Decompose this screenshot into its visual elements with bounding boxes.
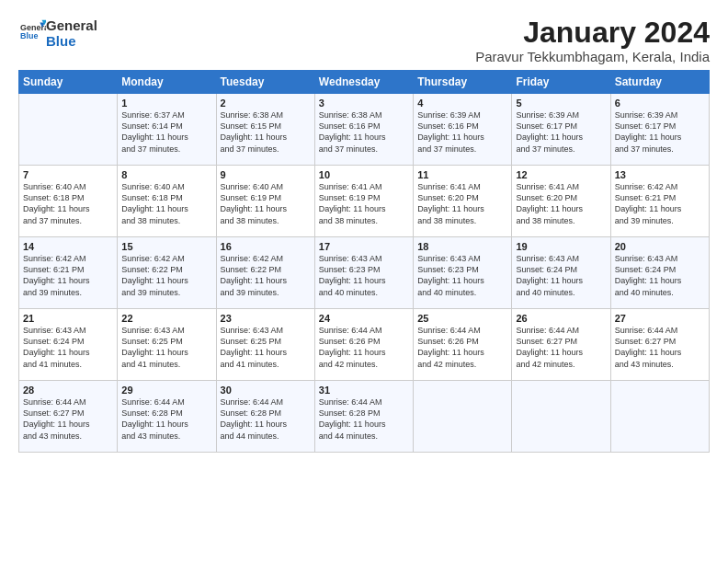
calendar-cell: 7Sunrise: 6:40 AMSunset: 6:18 PMDaylight… xyxy=(19,166,118,237)
header: General Blue General Blue January 2024 P… xyxy=(18,17,710,64)
title-block: January 2024 Paravur Tekkumbhagam, Keral… xyxy=(475,17,710,64)
calendar-cell: 18Sunrise: 6:43 AMSunset: 6:23 PMDayligh… xyxy=(414,237,512,309)
cell-info: Sunrise: 6:42 AMSunset: 6:21 PMDaylight:… xyxy=(615,181,705,226)
cell-info: Sunrise: 6:41 AMSunset: 6:19 PMDaylight:… xyxy=(319,181,409,226)
calendar-cell: 17Sunrise: 6:43 AMSunset: 6:23 PMDayligh… xyxy=(314,237,413,309)
day-number: 2 xyxy=(221,98,311,109)
cell-info: Sunrise: 6:43 AMSunset: 6:23 PMDaylight:… xyxy=(319,253,409,298)
cell-info: Sunrise: 6:44 AMSunset: 6:26 PMDaylight:… xyxy=(319,325,409,370)
calendar-header: Sunday Monday Tuesday Wednesday Thursday… xyxy=(19,71,710,94)
cell-info: Sunrise: 6:44 AMSunset: 6:28 PMDaylight:… xyxy=(319,396,409,442)
day-number: 16 xyxy=(221,241,311,252)
calendar-cell: 21Sunrise: 6:43 AMSunset: 6:24 PMDayligh… xyxy=(19,309,118,381)
cell-info: Sunrise: 6:44 AMSunset: 6:28 PMDaylight:… xyxy=(121,396,211,442)
cell-info: Sunrise: 6:44 AMSunset: 6:28 PMDaylight:… xyxy=(221,396,311,442)
calendar-cell: 26Sunrise: 6:44 AMSunset: 6:27 PMDayligh… xyxy=(512,309,610,381)
day-number: 18 xyxy=(417,241,507,252)
page: General Blue General Blue January 2024 P… xyxy=(0,0,728,462)
day-number: 10 xyxy=(319,169,409,180)
day-number: 25 xyxy=(417,313,507,324)
calendar-cell: 31Sunrise: 6:44 AMSunset: 6:28 PMDayligh… xyxy=(314,381,413,453)
calendar-cell: 11Sunrise: 6:41 AMSunset: 6:20 PMDayligh… xyxy=(414,166,512,237)
calendar-cell xyxy=(414,381,512,453)
cell-info: Sunrise: 6:38 AMSunset: 6:16 PMDaylight:… xyxy=(319,109,409,155)
calendar-cell: 16Sunrise: 6:42 AMSunset: 6:22 PMDayligh… xyxy=(216,237,314,309)
calendar-cell xyxy=(512,381,610,453)
calendar-cell xyxy=(610,381,709,453)
calendar-cell: 4Sunrise: 6:39 AMSunset: 6:16 PMDaylight… xyxy=(414,94,512,166)
day-number: 29 xyxy=(121,385,211,396)
col-friday: Friday xyxy=(512,71,610,94)
day-number: 23 xyxy=(221,313,311,324)
calendar-cell: 6Sunrise: 6:39 AMSunset: 6:17 PMDaylight… xyxy=(610,94,709,166)
calendar-week-5: 28Sunrise: 6:44 AMSunset: 6:27 PMDayligh… xyxy=(19,381,710,453)
calendar-cell: 15Sunrise: 6:42 AMSunset: 6:22 PMDayligh… xyxy=(118,237,216,309)
calendar-cell: 28Sunrise: 6:44 AMSunset: 6:27 PMDayligh… xyxy=(19,381,118,453)
cell-info: Sunrise: 6:43 AMSunset: 6:25 PMDaylight:… xyxy=(121,325,211,370)
col-wednesday: Wednesday xyxy=(314,71,413,94)
col-monday: Monday xyxy=(118,71,216,94)
cell-info: Sunrise: 6:43 AMSunset: 6:25 PMDaylight:… xyxy=(221,325,311,370)
cell-info: Sunrise: 6:41 AMSunset: 6:20 PMDaylight:… xyxy=(516,181,606,226)
calendar-cell: 8Sunrise: 6:40 AMSunset: 6:18 PMDaylight… xyxy=(118,166,216,237)
calendar-table: Sunday Monday Tuesday Wednesday Thursday… xyxy=(18,70,710,453)
day-number: 12 xyxy=(516,169,606,180)
calendar-cell: 25Sunrise: 6:44 AMSunset: 6:26 PMDayligh… xyxy=(414,309,512,381)
day-number: 7 xyxy=(23,169,113,180)
calendar-cell: 9Sunrise: 6:40 AMSunset: 6:19 PMDaylight… xyxy=(216,166,314,237)
calendar-cell: 10Sunrise: 6:41 AMSunset: 6:19 PMDayligh… xyxy=(314,166,413,237)
cell-info: Sunrise: 6:44 AMSunset: 6:26 PMDaylight:… xyxy=(417,325,507,370)
cell-info: Sunrise: 6:43 AMSunset: 6:23 PMDaylight:… xyxy=(417,253,507,298)
col-sunday: Sunday xyxy=(19,71,118,94)
logo: General Blue General Blue xyxy=(18,17,97,49)
day-number: 20 xyxy=(615,241,705,252)
col-thursday: Thursday xyxy=(414,71,512,94)
cell-info: Sunrise: 6:40 AMSunset: 6:18 PMDaylight:… xyxy=(23,181,113,226)
day-number: 13 xyxy=(615,169,705,180)
calendar-cell xyxy=(19,94,118,166)
day-number: 6 xyxy=(615,98,705,109)
cell-info: Sunrise: 6:39 AMSunset: 6:17 PMDaylight:… xyxy=(516,109,606,155)
calendar-cell: 3Sunrise: 6:38 AMSunset: 6:16 PMDaylight… xyxy=(314,94,413,166)
calendar-cell: 30Sunrise: 6:44 AMSunset: 6:28 PMDayligh… xyxy=(216,381,314,453)
calendar-cell: 13Sunrise: 6:42 AMSunset: 6:21 PMDayligh… xyxy=(610,166,709,237)
calendar-week-1: 1Sunrise: 6:37 AMSunset: 6:14 PMDaylight… xyxy=(19,94,710,166)
calendar-week-4: 21Sunrise: 6:43 AMSunset: 6:24 PMDayligh… xyxy=(19,309,710,381)
calendar-week-3: 14Sunrise: 6:42 AMSunset: 6:21 PMDayligh… xyxy=(19,237,710,309)
header-row: Sunday Monday Tuesday Wednesday Thursday… xyxy=(19,71,710,94)
day-number: 30 xyxy=(221,385,311,396)
cell-info: Sunrise: 6:44 AMSunset: 6:27 PMDaylight:… xyxy=(516,325,606,370)
day-number: 21 xyxy=(23,313,113,324)
cell-info: Sunrise: 6:40 AMSunset: 6:19 PMDaylight:… xyxy=(221,181,311,226)
subtitle: Paravur Tekkumbhagam, Kerala, India xyxy=(475,49,710,64)
day-number: 9 xyxy=(221,169,311,180)
day-number: 5 xyxy=(516,98,606,109)
day-number: 19 xyxy=(516,241,606,252)
cell-info: Sunrise: 6:40 AMSunset: 6:18 PMDaylight:… xyxy=(121,181,211,226)
calendar-cell: 20Sunrise: 6:43 AMSunset: 6:24 PMDayligh… xyxy=(610,237,709,309)
cell-info: Sunrise: 6:43 AMSunset: 6:24 PMDaylight:… xyxy=(615,253,705,298)
calendar-cell: 1Sunrise: 6:37 AMSunset: 6:14 PMDaylight… xyxy=(118,94,216,166)
cell-info: Sunrise: 6:39 AMSunset: 6:16 PMDaylight:… xyxy=(417,109,507,155)
day-number: 22 xyxy=(121,313,211,324)
day-number: 1 xyxy=(121,98,211,109)
logo-line2: Blue xyxy=(46,34,97,50)
cell-info: Sunrise: 6:42 AMSunset: 6:22 PMDaylight:… xyxy=(121,253,211,298)
cell-info: Sunrise: 6:44 AMSunset: 6:27 PMDaylight:… xyxy=(23,396,113,442)
calendar-cell: 23Sunrise: 6:43 AMSunset: 6:25 PMDayligh… xyxy=(216,309,314,381)
calendar-body: 1Sunrise: 6:37 AMSunset: 6:14 PMDaylight… xyxy=(19,94,710,453)
col-saturday: Saturday xyxy=(610,71,709,94)
cell-info: Sunrise: 6:44 AMSunset: 6:27 PMDaylight:… xyxy=(615,325,705,370)
calendar-cell: 19Sunrise: 6:43 AMSunset: 6:24 PMDayligh… xyxy=(512,237,610,309)
col-tuesday: Tuesday xyxy=(216,71,314,94)
calendar-cell: 2Sunrise: 6:38 AMSunset: 6:15 PMDaylight… xyxy=(216,94,314,166)
calendar-cell: 14Sunrise: 6:42 AMSunset: 6:21 PMDayligh… xyxy=(19,237,118,309)
calendar-cell: 12Sunrise: 6:41 AMSunset: 6:20 PMDayligh… xyxy=(512,166,610,237)
day-number: 17 xyxy=(319,241,409,252)
cell-info: Sunrise: 6:38 AMSunset: 6:15 PMDaylight:… xyxy=(221,109,311,155)
day-number: 15 xyxy=(121,241,211,252)
cell-info: Sunrise: 6:42 AMSunset: 6:21 PMDaylight:… xyxy=(23,253,113,298)
calendar-cell: 27Sunrise: 6:44 AMSunset: 6:27 PMDayligh… xyxy=(610,309,709,381)
day-number: 27 xyxy=(615,313,705,324)
day-number: 24 xyxy=(319,313,409,324)
